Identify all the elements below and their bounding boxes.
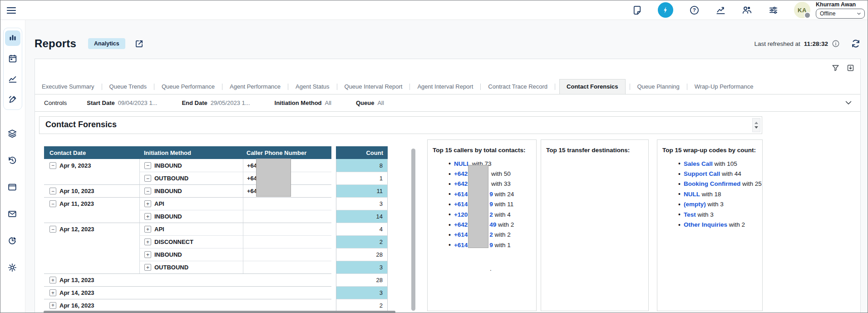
tab-wrap-up-performance[interactable]: Wrap-Up Performance — [691, 83, 757, 94]
filter-icon[interactable] — [831, 64, 840, 72]
panel-link[interactable]: Booking Confirmed — [684, 180, 740, 187]
panel-link[interactable]: +642 — [454, 180, 468, 187]
expand-toggle-icon[interactable]: + — [144, 213, 151, 220]
cell-caller-phone — [243, 261, 331, 273]
tab-contact-forensics[interactable]: Contact Forensics — [559, 79, 625, 94]
panel-link[interactable]: +614 — [454, 242, 468, 248]
expand-toggle-icon[interactable]: + — [144, 200, 151, 207]
brush-icon[interactable] — [5, 92, 20, 107]
status-select[interactable]: Offline — [816, 9, 865, 19]
col-header-contact-date[interactable]: Contact Date — [44, 146, 139, 159]
cell-caller-phone — [243, 223, 331, 235]
panel-link[interactable]: +642 — [454, 221, 468, 228]
vertical-scrollbar[interactable] — [411, 149, 415, 311]
hamburger-menu-icon[interactable] — [6, 5, 17, 16]
collapse-toggle-icon[interactable]: − — [49, 200, 56, 207]
tab-agent-status[interactable]: Agent Status — [292, 83, 332, 94]
cell-contact-date: +Apr 13, 2023 — [44, 273, 139, 286]
last-refreshed-label: Last refreshed at — [754, 40, 800, 47]
note-icon[interactable] — [631, 5, 642, 15]
collapse-toggle-icon[interactable]: − — [144, 162, 151, 169]
sliders-icon[interactable] — [768, 5, 779, 15]
expand-toggle-icon[interactable]: + — [144, 264, 151, 271]
panel-link[interactable]: +120 — [454, 211, 468, 218]
collapse-toggle-icon[interactable]: − — [49, 162, 56, 169]
controls-collapse-chevron-icon[interactable] — [844, 98, 853, 107]
calendar-icon[interactable] — [5, 51, 20, 66]
collapse-toggle-icon[interactable]: − — [144, 175, 151, 182]
line-chart-icon[interactable] — [5, 71, 20, 87]
panel-link[interactable]: (empty) — [684, 201, 706, 208]
expand-toggle-icon[interactable]: + — [49, 277, 56, 283]
external-link-icon[interactable] — [134, 39, 144, 49]
panel-link[interactable]: +614 — [454, 201, 468, 208]
horizontal-scrollbar[interactable] — [44, 311, 395, 313]
collapse-toggle-icon[interactable]: − — [144, 188, 151, 194]
expand-toggle-icon[interactable]: + — [144, 226, 151, 233]
panel-link[interactable]: +614 — [454, 191, 468, 198]
cell-initiation-method — [139, 286, 243, 299]
panel-link[interactable]: Test — [684, 211, 696, 218]
expand-toggle-icon[interactable]: + — [49, 289, 56, 296]
panel-link[interactable]: Other Inquiries — [684, 221, 727, 228]
layers-icon[interactable] — [5, 126, 20, 141]
filter-end-date[interactable]: End Date29/05/2023 1... — [182, 99, 250, 106]
panel-link[interactable]: 2 — [489, 231, 493, 238]
users-icon[interactable] — [741, 5, 752, 15]
filter-initiation-method[interactable]: Initiation MethodAll — [275, 99, 331, 106]
tab-agent-interval-report[interactable]: Agent Interval Report — [414, 83, 476, 94]
col-header-count[interactable]: Count — [336, 146, 388, 159]
tab-queue-planning[interactable]: Queue Planning — [634, 83, 683, 94]
help-icon[interactable]: ? — [689, 5, 700, 15]
col-header-initiation-method[interactable]: Initiation Method — [139, 146, 243, 159]
mail-icon[interactable] — [5, 206, 20, 222]
panel-link[interactable]: 49 — [489, 221, 496, 228]
stepper-down-icon[interactable] — [755, 126, 758, 129]
table-row: −OUTBOUND+6421 — [44, 172, 388, 184]
expand-toggle-icon[interactable]: + — [144, 238, 151, 245]
refresh-icon[interactable] — [851, 39, 861, 49]
panel-link[interactable]: 9 — [489, 191, 493, 198]
table-row: +INBOUND14 — [44, 210, 388, 223]
bullet-icon: • — [678, 160, 681, 167]
collapse-toggle-icon[interactable]: − — [49, 226, 56, 233]
panel-link[interactable]: NULL — [684, 191, 700, 198]
tab-queue-trends[interactable]: Queue Trends — [106, 83, 150, 94]
window-icon[interactable] — [5, 179, 20, 195]
tab-agent-performance[interactable]: Agent Performance — [227, 83, 284, 94]
expand-toggle-icon[interactable]: + — [144, 251, 151, 258]
lightning-icon[interactable] — [658, 2, 673, 18]
panel-link[interactable]: 9 — [489, 201, 493, 208]
cell-contact-date — [44, 210, 139, 223]
panel-link[interactable]: +614 — [454, 231, 468, 238]
filter-queue[interactable]: QueueAll — [356, 99, 384, 106]
collapse-toggle-icon[interactable]: − — [49, 188, 56, 194]
panel-link[interactable]: 2 — [489, 211, 493, 218]
stepper-up-icon[interactable] — [755, 122, 758, 124]
controls-filters: Start Date09/04/2023 1...End Date29/05/2… — [87, 99, 384, 106]
download-icon[interactable] — [846, 64, 855, 72]
col-header-caller-phone[interactable]: Caller Phone Number — [243, 146, 331, 159]
pie-chart-icon[interactable] — [5, 233, 20, 248]
cell-caller-phone — [243, 235, 331, 248]
tab-contract-trace-record[interactable]: Contract Trace Record — [485, 83, 551, 94]
column-gap — [331, 223, 336, 235]
tab-queue-interval-report[interactable]: Queue Interval Report — [341, 83, 406, 94]
info-icon[interactable] — [832, 40, 840, 48]
avatar[interactable]: KA — [794, 2, 810, 18]
panel-link[interactable]: 9 — [489, 242, 493, 248]
cell-caller-phone — [243, 248, 331, 261]
bullet-icon: • — [449, 160, 451, 167]
history-icon[interactable] — [5, 153, 20, 168]
bar-chart-icon[interactable] — [5, 30, 20, 46]
panel-link[interactable]: +642 — [454, 170, 468, 177]
panel-link[interactable]: Support Call — [684, 170, 720, 177]
tab-executive-summary[interactable]: Executive Summary — [39, 83, 98, 94]
filter-start-date[interactable]: Start Date09/04/2023 1... — [87, 99, 157, 106]
panel-link[interactable]: Sales Call — [684, 160, 713, 167]
gear-icon[interactable] — [5, 260, 20, 275]
tab-queue-performance[interactable]: Queue Performance — [158, 83, 218, 94]
section-stepper[interactable] — [752, 118, 760, 132]
metrics-icon[interactable] — [715, 5, 726, 15]
expand-toggle-icon[interactable]: + — [49, 302, 56, 309]
